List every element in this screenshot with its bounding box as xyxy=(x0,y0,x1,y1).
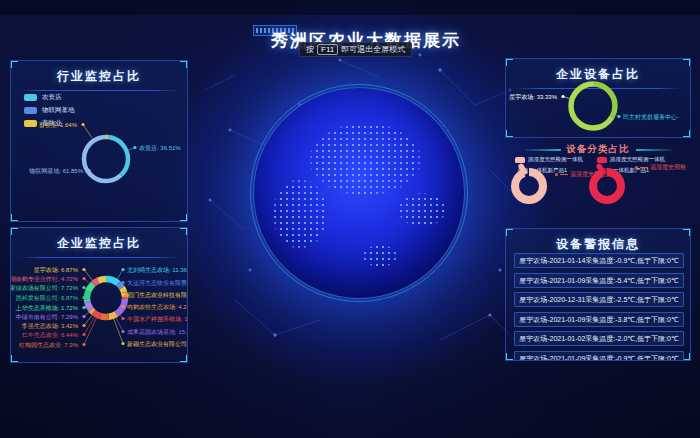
alarm-list-item[interactable]: 星宇农场-2021-01-09采集温度:-5.4℃,低于下限:0℃ xyxy=(514,273,684,288)
callout-line xyxy=(560,174,568,175)
chart-callout-label: 仁丰生态农业: 6.44% xyxy=(22,331,78,339)
chart-callout-label: 星宇农场: 6.87% xyxy=(34,266,78,274)
panel-title: 企业设备占比 xyxy=(506,59,690,83)
chart-callout-label: 大运河生态牧业有限责任公 xyxy=(127,279,188,287)
section-title: 设备分类占比 xyxy=(567,143,630,156)
alarm-list-item[interactable]: 星宇农场-2021-01-09采集温度:-0.9℃,低于下限:0℃ xyxy=(514,351,684,362)
legend-item[interactable]: 农资店 xyxy=(24,93,75,102)
title-underline xyxy=(514,88,682,89)
title-decor-line xyxy=(525,149,561,151)
chart-callout-label: 成果花园农场基地: 15.02% xyxy=(127,328,188,336)
section-device-classification: 设备分类占比 温湿度光照检测一体机 一体机新产品1 温湿度光照检测一 温湿度光照… xyxy=(505,140,691,226)
chart-callout-label: 家绿农场有限公司: 7.72% xyxy=(10,284,78,292)
alarm-list-item[interactable]: 星宇农场-2021-01-14采集温度:-0.9℃,低于下限:0℃ xyxy=(514,253,684,268)
alarm-list-item[interactable]: 星宇农场-2021-01-09采集温度:-3.8℃,低于下限:0℃ xyxy=(514,312,684,327)
class-donut-chart-b[interactable] xyxy=(585,162,629,210)
callout-dot xyxy=(555,173,558,176)
chart-callout-label: 畜牧业: 1.64% xyxy=(39,121,77,129)
class-chart-b-callout: 温湿度光照检 xyxy=(635,163,686,172)
chart-callout-label: 新颖生态农业有限公司: 6.87% xyxy=(127,340,188,348)
chart-callout-label: 星宇农场: 33.33% xyxy=(509,93,557,101)
panel-device-alarms: 设备警报信息 星宇农场-2021-01-14采集温度:-0.9℃,低于下限:0℃… xyxy=(505,228,691,361)
panel-industry-ratio: 行业监控占比 农资店 物联网基地 畜牧业 畜牧业: 1.64%农资店: 36.5… xyxy=(10,60,188,222)
f11-keycap: F11 xyxy=(317,44,338,55)
section-title-row: 设备分类占比 xyxy=(505,140,691,156)
chart-callout-label: 稻门生态农业科技有限公 xyxy=(127,291,188,299)
globe-continents-dots xyxy=(254,88,464,298)
alarm-list-item[interactable]: 星宇农场-2020-12-31采集温度:-2.5℃,低于下限:0℃ xyxy=(514,292,684,307)
panel-title: 设备警报信息 xyxy=(506,229,690,253)
title-underline xyxy=(19,257,179,258)
chart-callout-label: 北刘锦生态农场: 11.36% xyxy=(127,266,188,274)
callout-dot xyxy=(635,166,638,169)
chart-callout-label: 李强生态农场: 3.42% xyxy=(22,322,78,330)
panel-device-ratio: 企业设备占比 星宇农场: 33.33%民主村党群服务中心- xyxy=(505,58,691,138)
legend-swatch xyxy=(24,120,37,127)
globe-visualization xyxy=(253,87,465,299)
chart-callout-label: 民主村党群服务中心- xyxy=(623,113,679,121)
class-donut-chart-a[interactable] xyxy=(507,162,551,210)
legend-swatch xyxy=(24,107,37,114)
hint-suffix: 即可退出全屏模式 xyxy=(341,44,405,55)
panel-title: 行业监控占比 xyxy=(11,61,187,85)
chart-callout-label: 农资店: 36.51% xyxy=(139,144,181,152)
app-header: 秀洲区农业大数据展示 按 F11 即可退出全屏模式 xyxy=(0,0,700,60)
callout-label: 温湿度光照检 xyxy=(650,163,686,172)
hint-prefix: 按 xyxy=(306,44,314,55)
alarm-list-item[interactable]: 星宇农场-2021-01-02采集温度:-2.0℃,低于下限:0℃ xyxy=(514,331,684,346)
panel-title: 企业监控占比 xyxy=(11,228,187,252)
legend-swatch xyxy=(24,94,37,101)
title-underline xyxy=(19,90,179,91)
industry-donut-chart[interactable] xyxy=(11,61,188,222)
legend-label: 物联网基地 xyxy=(42,106,75,115)
chart-callout-label: 物联网基地: 61.85% xyxy=(29,167,83,175)
fullscreen-hint: 按 F11 即可退出全屏模式 xyxy=(299,42,412,57)
chart-callout-label: 丰源水产种苗养殖场: 1. xyxy=(127,315,188,323)
chart-callout-label: 鸣鹤农牧生态农场: 4.29 xyxy=(127,303,188,311)
legend-label: 农资店 xyxy=(42,93,62,102)
chart-callout-label: 国邦发有限公司: 6.87% xyxy=(16,294,78,302)
chart-callout-label: 中绿市南有公司: 7.29% xyxy=(16,313,78,321)
callout-line xyxy=(640,167,648,168)
chart-callout-label: 上华生态养殖场: 1.72% xyxy=(16,304,78,312)
chart-callout-label: 红梅园生态农业: 7.3% xyxy=(19,341,78,349)
dashboard-screen: 秀洲区农业大数据展示 按 F11 即可退出全屏模式 行业监控占比 农资店 物联网… xyxy=(0,0,700,438)
legend-item[interactable]: 物联网基地 xyxy=(24,106,75,115)
alarm-list: 星宇农场-2021-01-14采集温度:-0.9℃,低于下限:0℃星宇农场-20… xyxy=(506,253,691,361)
panel-enterprise-ratio: 企业监控占比 星宇农场: 6.87%秀湖南鹤专业合作社: 4.72%家绿农场有限… xyxy=(10,227,188,363)
chart-callout-label: 秀湖南鹤专业合作社: 4.72% xyxy=(10,275,78,283)
title-decor-line xyxy=(636,149,672,151)
